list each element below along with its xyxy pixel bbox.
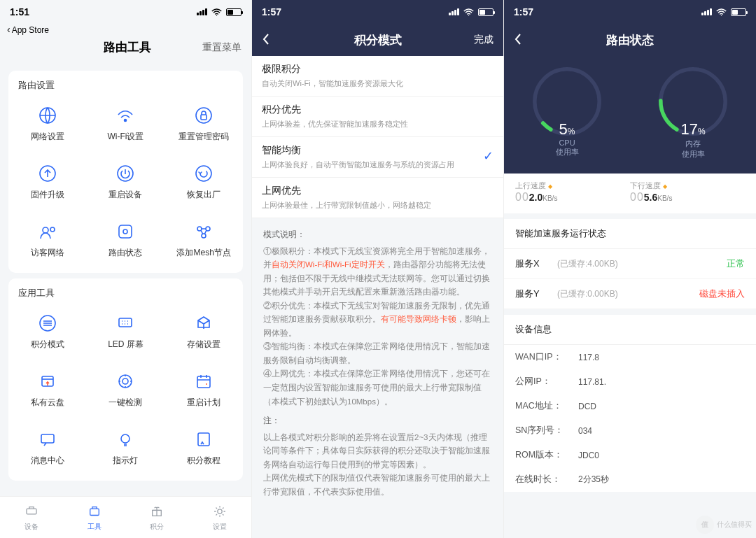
tile-label: 路由状态	[108, 247, 142, 259]
status-icon	[115, 222, 135, 241]
lock-icon	[194, 106, 214, 125]
tile-wifi[interactable]: Wi-Fi设置	[87, 96, 165, 154]
tile-storage[interactable]: 存储设置	[164, 304, 243, 362]
tile-upgrade[interactable]: 固件升级	[8, 154, 87, 212]
screen-points-mode: 1:57 积分模式 完成 极限积分自动关闭Wi-Fi，智能加速服务资源最大化积分…	[252, 0, 504, 538]
globe-icon	[38, 106, 57, 125]
service-row[interactable]: 服务X(已缓存:4.00KB)正常	[504, 249, 756, 279]
led-icon	[115, 313, 135, 333]
mode-option[interactable]: 积分优先上网体验差，优先保证智能加速服务稳定性	[252, 97, 503, 137]
schedule-icon	[194, 371, 214, 391]
tab-tools[interactable]: 工具	[63, 497, 126, 538]
service-name: 服务X	[515, 257, 557, 270]
svg-point-30	[721, 14, 722, 15]
factory-icon	[194, 164, 214, 183]
tile-label: 访客网络	[31, 247, 64, 259]
mode-option-list: 极限积分自动关闭Wi-Fi，智能加速服务资源最大化积分优先上网体验差，优先保证智…	[252, 56, 503, 218]
option-title: 极限积分	[262, 63, 493, 76]
points-icon	[38, 313, 57, 333]
tab-gift[interactable]: 积分	[126, 497, 189, 538]
option-title: 积分优先	[262, 104, 493, 116]
service-status: 正常	[727, 257, 745, 270]
tile-msg[interactable]: 消息中心	[8, 420, 87, 478]
svg-point-23	[121, 434, 130, 443]
mesh-icon	[194, 222, 214, 241]
status-bar: 1:57	[504, 0, 756, 24]
svg-rect-16	[119, 318, 132, 327]
tab-bar: 设备工具积分设置	[0, 496, 251, 538]
light-icon	[115, 430, 135, 449]
tile-label: 一键检测	[108, 397, 142, 409]
title-bar: 路由工具 重置菜单	[0, 35, 251, 65]
svg-rect-10	[119, 225, 132, 238]
tile-cloud[interactable]: 私有云盘	[8, 362, 87, 420]
reset-menu-button[interactable]: 重置菜单	[202, 41, 241, 54]
option-desc: 上网体验差，优先保证智能加速服务稳定性	[262, 119, 493, 129]
service-cache: (已缓存:4.00KB)	[557, 258, 727, 270]
option-desc: 自动关闭Wi-Fi，智能加速服务资源最大化	[262, 78, 493, 89]
screen-router-status: 1:57 路由状态 5%CPU使用率 17%内存使用率 上行速度◆ 002.0K…	[504, 0, 756, 538]
mode-option[interactable]: 智能均衡上网体验良好，自动平衡智能加速服务与系统的资源占用✓	[252, 137, 503, 178]
svg-point-29	[468, 14, 470, 15]
signal-icon	[701, 8, 712, 15]
mode-option[interactable]: 上网优先上网体验最佳，上行带宽限制值越小，网络越稳定	[252, 178, 503, 218]
tile-label: 积分模式	[31, 339, 64, 351]
page-title: 路由工具	[52, 39, 202, 55]
tab-label: 积分	[150, 522, 164, 532]
back-appstore[interactable]: ‹App Store	[0, 24, 251, 35]
tile-schedule[interactable]: 重启计划	[164, 362, 243, 420]
tile-status[interactable]: 路由状态	[87, 212, 165, 270]
tab-label: 工具	[88, 522, 102, 532]
service-status: 磁盘未插入	[699, 288, 745, 300]
tile-tutorial[interactable]: 积分教程	[164, 420, 243, 478]
speed-bar: 上行速度◆ 002.0KB/s 下行速度◆ 005.6KB/s	[504, 174, 756, 213]
service-row[interactable]: 服务Y(已缓存:0.00KB)磁盘未插入	[504, 279, 756, 309]
svg-rect-25	[27, 509, 36, 514]
back-button[interactable]	[514, 33, 549, 48]
tile-led[interactable]: LED 屏幕	[87, 304, 165, 362]
tile-label: 重启设备	[108, 189, 142, 201]
info-key: ROM版本：	[515, 449, 578, 461]
service-name: 服务Y	[515, 288, 557, 300]
back-button[interactable]	[262, 33, 297, 48]
service-cache: (已缓存:0.00KB)	[557, 288, 699, 300]
app-tools-card: 应用工具 积分模式LED 屏幕存储设置私有云盘一键检测重启计划消息中心指示灯积分…	[8, 278, 243, 481]
option-desc: 上网体验良好，自动平衡智能加速服务与系统的资源占用	[262, 160, 493, 170]
status-time: 1:51	[10, 6, 29, 17]
info-row: 公网IP：117.81.	[504, 369, 756, 394]
svg-point-7	[196, 166, 211, 181]
svg-point-14	[202, 234, 206, 238]
tile-mesh[interactable]: 添加Mesh节点	[164, 212, 243, 270]
nav-bar: 积分模式 完成	[252, 24, 503, 56]
tile-label: 重启计划	[187, 397, 220, 409]
section-title: 路由设置	[8, 79, 243, 96]
tile-globe[interactable]: 网络设置	[8, 96, 87, 154]
tile-light[interactable]: 指示灯	[87, 420, 165, 478]
done-button[interactable]: 完成	[458, 34, 493, 46]
wifi-icon	[115, 106, 135, 125]
svg-point-2	[125, 120, 127, 122]
guest-icon	[38, 222, 57, 241]
tile-power[interactable]: 重启设备	[87, 154, 165, 212]
mode-option[interactable]: 极限积分自动关闭Wi-Fi，智能加速服务资源最大化	[252, 56, 503, 97]
power-icon	[115, 164, 135, 183]
svg-rect-26	[90, 509, 99, 515]
info-value: DCD	[578, 402, 745, 411]
tile-factory[interactable]: 恢复出厂	[164, 154, 243, 212]
battery-icon	[478, 8, 493, 16]
tab-gear[interactable]: 设置	[188, 497, 251, 538]
tile-points[interactable]: 积分模式	[8, 304, 87, 362]
svg-point-28	[218, 509, 222, 513]
status-bar: 1:51	[0, 0, 251, 24]
tile-label: Wi-Fi设置	[108, 131, 144, 143]
tab-label: 设置	[213, 522, 227, 532]
upload-speed: 上行速度◆ 002.0KB/s	[515, 180, 630, 204]
info-key: MAC地址：	[515, 400, 578, 412]
info-key: SN序列号：	[515, 425, 578, 437]
tile-guest[interactable]: 访客网络	[8, 212, 87, 270]
tile-lock[interactable]: 重置管理密码	[164, 96, 243, 154]
svg-rect-20	[197, 376, 210, 388]
tile-scan[interactable]: 一键检测	[87, 362, 165, 420]
wifi-icon	[463, 8, 474, 16]
tab-device[interactable]: 设备	[0, 497, 63, 538]
